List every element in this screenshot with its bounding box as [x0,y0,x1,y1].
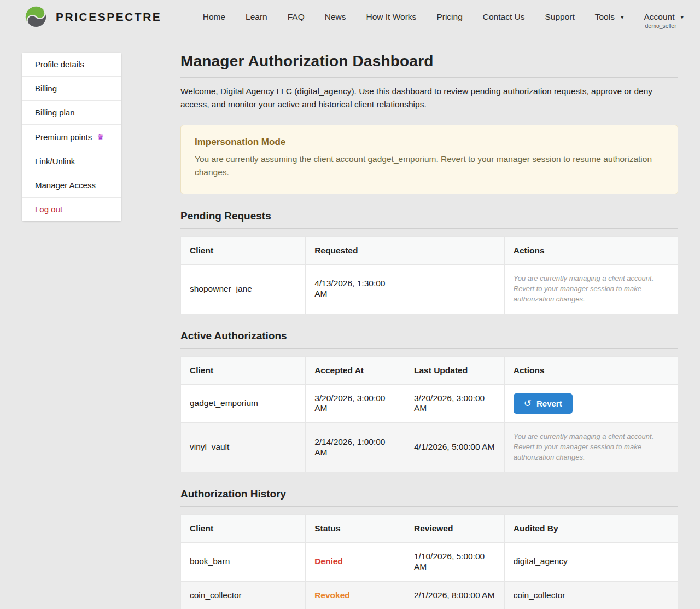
sidebar-item-label: Billing [35,84,57,93]
section-title-authorization-history: Authorization History [180,488,678,500]
cell-managing-note: You are currently managing a client acco… [504,265,678,314]
column-header-actions: Actions [504,356,678,384]
brand-logo-icon [24,5,48,29]
nav-item-home[interactable]: Home [203,12,225,22]
top-nav-bar: Pricespectre Home Learn FAQ News How It … [0,0,700,34]
sidebar-item-label: Link/Unlink [35,156,75,166]
table-header-row: Client Status Reviewed Audited By [181,514,678,542]
authorization-history-section: Authorization History Client Status Revi… [180,488,678,609]
cell-client: vinyl_vault [181,423,306,472]
table-row: vinyl_vault 2/14/2026, 1:00:00 AM 4/1/20… [181,423,678,472]
section-divider [180,506,678,507]
account-dropdown[interactable]: Account ▾ demo_seller [644,12,684,22]
cell-managing-note: You are currently managing a client acco… [504,423,678,472]
table-row: book_barn Denied 1/10/2026, 5:00:00 AM d… [181,542,678,581]
table-header-row: Client Accepted At Last Updated Actions [181,356,678,384]
chevron-down-icon: ▾ [680,14,684,20]
tools-dropdown[interactable]: Tools ▾ [595,12,624,22]
cell-actions: ↺ Revert [504,384,678,423]
section-divider [180,228,678,229]
status-badge: Denied [314,556,343,566]
active-authorizations-section: Active Authorizations Client Accepted At… [180,330,678,472]
main-content: Manager Authorization Dashboard Welcome,… [180,53,678,609]
sidebar: Profile details Billing Billing plan Pre… [22,53,121,221]
sidebar-item-label: Profile details [35,60,84,69]
nav-item-contact-us[interactable]: Contact Us [483,12,525,22]
column-header-client: Client [181,356,306,384]
cell-client: gadget_emporium [181,384,306,423]
brand[interactable]: Pricespectre [24,5,161,29]
cell-status: Revoked [306,581,405,609]
sidebar-item-label: Premium points [35,132,92,142]
cell-client: shopowner_jane [181,265,306,314]
sidebar-item-label: Log out [35,205,62,214]
column-header-reviewed: Reviewed [405,514,504,542]
impersonation-alert-body: You are currently assuming the client ac… [195,153,664,179]
sidebar-item-billing-plan[interactable]: Billing plan [22,101,121,125]
active-authorizations-table: Client Accepted At Last Updated Actions … [180,356,678,472]
column-header-last-updated: Last Updated [405,356,504,384]
table-row: coin_collector Revoked 2/1/2026, 8:00:00… [181,581,678,609]
column-header-client: Client [181,237,306,265]
column-header-status: Status [306,514,405,542]
column-header-requested: Requested [306,237,405,265]
nav-item-how-it-works[interactable]: How It Works [366,12,417,22]
title-divider [180,77,678,78]
sidebar-item-log-out[interactable]: Log out [22,198,121,221]
pending-requests-table: Client Requested Actions shopowner_jane … [180,236,678,314]
table-row: shopowner_jane 4/13/2026, 1:30:00 AM You… [181,265,678,314]
cell-accepted-at: 3/20/2026, 3:00:00 AM [306,384,405,423]
account-username: demo_seller [645,22,676,29]
welcome-text: Welcome, Digital Agency LLC (digital_age… [180,85,678,111]
sidebar-item-billing[interactable]: Billing [22,77,121,101]
account-dropdown-label: Account [644,12,674,22]
brand-name: Pricespectre [56,10,161,24]
nav-item-learn[interactable]: Learn [246,12,267,22]
column-header-empty [405,237,504,265]
pending-requests-section: Pending Requests Client Requested Action… [180,210,678,314]
revert-button[interactable]: ↺ Revert [514,393,573,414]
authorization-history-table: Client Status Reviewed Audited By book_b… [180,514,678,609]
page-title: Manager Authorization Dashboard [180,53,678,70]
section-title-pending-requests: Pending Requests [180,210,678,222]
cell-audited-by: digital_agency [504,542,678,581]
cell-accepted-at: 2/14/2026, 1:00:00 AM [306,423,405,472]
nav-item-support[interactable]: Support [545,12,574,22]
cell-reviewed: 1/10/2026, 5:00:00 AM [405,542,504,581]
cell-client: coin_collector [181,581,306,609]
impersonation-alert-title: Impersonation Mode [195,137,664,148]
revert-icon: ↺ [524,399,532,408]
sidebar-item-link-unlink[interactable]: Link/Unlink [22,149,121,173]
content-layout: Profile details Billing Billing plan Pre… [0,34,700,609]
cell-client: book_barn [181,542,306,581]
cell-audited-by: coin_collector [504,581,678,609]
column-header-client: Client [181,514,306,542]
sidebar-item-manager-access[interactable]: Manager Access [22,173,121,198]
cell-status: Denied [306,542,405,581]
column-header-accepted-at: Accepted At [306,356,405,384]
cell-empty [405,265,504,314]
nav-item-pricing[interactable]: Pricing [436,12,462,22]
page: Pricespectre Home Learn FAQ News How It … [0,0,700,609]
table-header-row: Client Requested Actions [181,237,678,265]
nav-item-news[interactable]: News [325,12,346,22]
impersonation-alert: Impersonation Mode You are currently ass… [180,125,678,194]
sidebar-item-profile-details[interactable]: Profile details [22,53,121,77]
status-badge: Revoked [314,590,350,600]
sidebar-item-label: Billing plan [35,108,75,117]
cell-last-updated: 3/20/2026, 3:00:00 AM [405,384,504,423]
chevron-down-icon: ▾ [621,14,624,20]
cell-reviewed: 2/1/2026, 8:00:00 AM [405,581,504,609]
crown-icon: ♛ [97,132,104,142]
cell-last-updated: 4/1/2026, 5:00:00 AM [405,423,504,472]
revert-button-label: Revert [536,399,562,408]
tools-dropdown-label: Tools [595,12,615,22]
cell-requested: 4/13/2026, 1:30:00 AM [306,265,405,314]
sidebar-item-premium-points[interactable]: Premium points ♛ [22,125,121,149]
table-row: gadget_emporium 3/20/2026, 3:00:00 AM 3/… [181,384,678,423]
section-divider [180,348,678,349]
section-title-active-authorizations: Active Authorizations [180,330,678,342]
sidebar-item-label: Manager Access [35,181,96,190]
nav-item-faq[interactable]: FAQ [288,12,305,22]
column-header-actions: Actions [504,237,678,265]
